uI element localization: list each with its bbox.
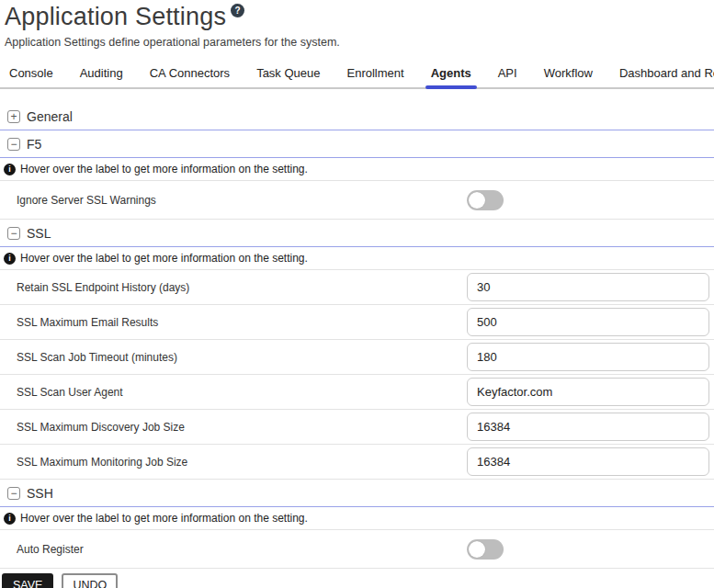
info-text: Hover over the label to get more informa… <box>20 512 308 525</box>
ssl-maximum-discovery-job-size-input[interactable] <box>467 413 709 441</box>
setting-label: Auto Register <box>17 543 467 556</box>
setting-row-ssl-maximum-email-results: SSL Maximum Email Results <box>0 305 714 340</box>
tab-workflow[interactable]: Workflow <box>544 61 593 87</box>
setting-label: SSL Scan User Agent <box>17 386 467 399</box>
page-title: Application Settings <box>5 2 226 31</box>
info-banner-ssh: i Hover over the label to get more infor… <box>0 507 714 530</box>
section-header-ssh[interactable]: − SSH <box>0 480 714 507</box>
expand-icon[interactable]: + <box>7 110 20 123</box>
setting-label: Retain SSL Endpoint History (days) <box>17 281 467 294</box>
setting-label: Ignore Server SSL Warnings <box>17 194 467 207</box>
setting-row-ssl-maximum-discovery-job-size: SSL Maximum Discovery Job Size <box>0 410 714 445</box>
section-title-ssl: SSL <box>27 226 51 241</box>
tab-enrollment[interactable]: Enrollment <box>347 61 404 87</box>
help-icon[interactable]: ? <box>231 4 244 17</box>
section-header-general[interactable]: + General <box>0 103 714 130</box>
section-title-f5: F5 <box>27 137 41 152</box>
info-text: Hover over the label to get more informa… <box>20 252 308 265</box>
tab-agents[interactable]: Agents <box>431 61 471 87</box>
page-header: Application Settings ? Application Setti… <box>0 0 714 49</box>
setting-row-ssl-maximum-monitoring-job-size: SSL Maximum Monitoring Job Size <box>0 445 714 480</box>
info-icon: i <box>4 253 16 265</box>
setting-label: SSL Maximum Discovery Job Size <box>17 421 467 434</box>
tab-api[interactable]: API <box>498 61 517 87</box>
setting-row-ssl-scan-job-timeout: SSL Scan Job Timeout (minutes) <box>0 340 714 375</box>
save-button[interactable]: SAVE <box>2 573 53 588</box>
ignore-server-ssl-warnings-toggle[interactable] <box>467 190 504 210</box>
collapse-icon[interactable]: − <box>7 227 20 240</box>
info-icon: i <box>4 513 16 525</box>
ssl-maximum-email-results-input[interactable] <box>467 308 709 336</box>
ssl-scan-user-agent-input[interactable] <box>467 378 709 406</box>
page-subtitle: Application Settings define operational … <box>5 36 714 49</box>
settings-tabbar: Console Auditing CA Connectors Task Queu… <box>0 61 714 89</box>
info-icon: i <box>4 164 16 175</box>
toggle-knob <box>469 541 485 558</box>
setting-row-auto-register: Auto Register <box>0 530 714 569</box>
undo-button[interactable]: UNDO <box>62 573 118 588</box>
setting-label: SSL Maximum Monitoring Job Size <box>17 456 467 469</box>
ssl-maximum-monitoring-job-size-input[interactable] <box>467 447 709 476</box>
auto-register-toggle[interactable] <box>467 539 504 560</box>
collapse-icon[interactable]: − <box>7 138 20 151</box>
info-text: Hover over the label to get more informa… <box>20 163 308 175</box>
section-header-ssl[interactable]: − SSL <box>0 220 714 247</box>
setting-row-retain-ssl-endpoint-history: Retain SSL Endpoint History (days) <box>0 270 714 305</box>
setting-row-ssl-scan-user-agent: SSL Scan User Agent <box>0 375 714 410</box>
info-banner-f5: i Hover over the label to get more infor… <box>0 158 714 181</box>
section-title-ssh: SSH <box>27 486 53 501</box>
tab-ca-connectors[interactable]: CA Connectors <box>150 61 230 87</box>
toggle-knob <box>469 192 485 209</box>
section-title-general: General <box>27 109 73 124</box>
settings-sections: + General − F5 i Hover over the label to… <box>0 103 714 569</box>
tab-console[interactable]: Console <box>9 61 53 87</box>
setting-label: SSL Scan Job Timeout (minutes) <box>17 351 467 364</box>
setting-row-ignore-server-ssl-warnings: Ignore Server SSL Warnings <box>0 181 714 220</box>
setting-label: SSL Maximum Email Results <box>17 316 467 329</box>
tab-task-queue[interactable]: Task Queue <box>256 61 320 87</box>
info-banner-ssl: i Hover over the label to get more infor… <box>0 247 714 270</box>
ssl-scan-job-timeout-input[interactable] <box>467 343 709 371</box>
footer-actions: SAVE UNDO <box>0 569 714 588</box>
tab-auditing[interactable]: Auditing <box>80 61 123 87</box>
retain-ssl-endpoint-history-input[interactable] <box>467 273 709 301</box>
collapse-icon[interactable]: − <box>7 487 20 500</box>
section-header-f5[interactable]: − F5 <box>0 130 714 158</box>
tab-dashboard-and-reports[interactable]: Dashboard and Reports <box>619 61 714 87</box>
